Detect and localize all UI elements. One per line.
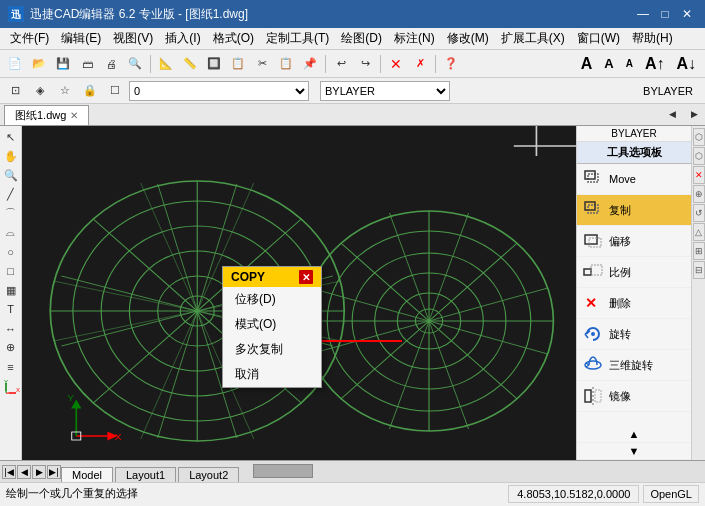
tool-move[interactable]: Move [577, 164, 691, 195]
nav-arrows: |◀ ◀ ▶ ▶| [0, 461, 61, 482]
layer-mgr[interactable]: ≡ [1, 358, 21, 376]
saveas-button[interactable]: 🗃 [76, 53, 98, 75]
close-button[interactable]: ✕ [677, 4, 697, 24]
help-btn[interactable]: ❓ [440, 53, 462, 75]
undo-button[interactable]: ↩ [330, 53, 352, 75]
preview-button[interactable]: 🔍 [124, 53, 146, 75]
btn-c[interactable]: 🔲 [203, 53, 225, 75]
tool-mirror[interactable]: 镜像 [577, 381, 691, 412]
menu-file[interactable]: 文件(F) [4, 28, 55, 49]
open-button[interactable]: 📂 [28, 53, 50, 75]
tab-model[interactable]: Model [61, 467, 113, 482]
svg-rect-52 [585, 202, 595, 210]
menu-edit[interactable]: 编辑(E) [55, 28, 107, 49]
text-small-btn[interactable]: A [621, 56, 638, 71]
polyline-tool[interactable]: ⌒ [1, 205, 21, 223]
nav-first[interactable]: |◀ [2, 465, 16, 479]
tab-drawing1[interactable]: 图纸1.dwg ✕ [4, 105, 89, 125]
h-scrollbar[interactable] [243, 464, 703, 479]
menu-view[interactable]: 视图(V) [107, 28, 159, 49]
layer-select[interactable]: 0 [129, 81, 309, 101]
menu-item-move[interactable]: 位移(D) [223, 287, 321, 312]
menu-item-cancel[interactable]: 取消 [223, 362, 321, 387]
menu-insert[interactable]: 插入(I) [159, 28, 206, 49]
maximize-button[interactable]: □ [655, 4, 675, 24]
tab-label: 图纸1.dwg [15, 108, 66, 123]
text-medium-btn[interactable]: A [599, 54, 618, 73]
menu-item-mode[interactable]: 模式(O) [223, 312, 321, 337]
tool-3d-rotate[interactable]: 三维旋转 [577, 350, 691, 381]
menu-custom[interactable]: 定制工具(T) [260, 28, 335, 49]
tool-rotate[interactable]: 旋转 [577, 319, 691, 350]
far-btn-2[interactable]: ⬡ [693, 147, 705, 165]
rect-tool[interactable]: □ [1, 262, 21, 280]
layer-btn3[interactable]: 🔒 [79, 80, 101, 102]
minimize-button[interactable]: — [633, 4, 653, 24]
panel-scroll-up[interactable]: ▲ [577, 426, 691, 443]
tool-offset[interactable]: 偏移 [577, 226, 691, 257]
far-btn-4[interactable]: ⊕ [693, 185, 705, 203]
far-btn-7[interactable]: ⊞ [693, 242, 705, 260]
menu-annotate[interactable]: 标注(N) [388, 28, 441, 49]
far-btn-1[interactable]: ⬡ [693, 128, 705, 146]
redo-button[interactable]: ↪ [354, 53, 376, 75]
text-xxsmall-btn[interactable]: A↓ [671, 53, 701, 75]
menu-format[interactable]: 格式(O) [207, 28, 260, 49]
tab-layout2[interactable]: Layout2 [178, 467, 239, 482]
menu-draw[interactable]: 绘图(D) [335, 28, 388, 49]
btn-e[interactable]: ✂ [251, 53, 273, 75]
canvas-area[interactable]: X Y COPY ✕ 位移(D) 模式(O) 多次复制 取消 [22, 126, 576, 460]
tab-scroll-left[interactable]: ◀ [661, 103, 683, 125]
tab-scroll-right[interactable]: ▶ [683, 103, 705, 125]
panel-scroll-down[interactable]: ▼ [577, 443, 691, 460]
tab-layout1[interactable]: Layout1 [115, 467, 176, 482]
cancel-btn[interactable]: ✗ [409, 53, 431, 75]
btn-a[interactable]: 📐 [155, 53, 177, 75]
far-btn-8[interactable]: ⊟ [693, 261, 705, 279]
circle-tool[interactable]: ○ [1, 243, 21, 261]
pan-tool[interactable]: ✋ [1, 147, 21, 165]
move-icon [581, 167, 605, 191]
print-button[interactable]: 🖨 [100, 53, 122, 75]
arc-tool[interactable]: ⌓ [1, 224, 21, 242]
insert-tool[interactable]: ⊕ [1, 339, 21, 357]
far-btn-3[interactable]: ✕ [693, 166, 705, 184]
delete-btn[interactable]: ✕ [385, 53, 407, 75]
layer-btn1[interactable]: ◈ [29, 80, 51, 102]
text-tool[interactable]: T [1, 300, 21, 318]
tab-close-icon[interactable]: ✕ [70, 110, 78, 121]
text-large-btn[interactable]: A [576, 53, 598, 75]
menu-modify[interactable]: 修改(M) [441, 28, 495, 49]
nav-prev[interactable]: ◀ [17, 465, 31, 479]
snap-btn[interactable]: ⊡ [4, 80, 26, 102]
menu-window[interactable]: 窗口(W) [571, 28, 626, 49]
hatch-tool[interactable]: ▦ [1, 281, 21, 299]
menu-help[interactable]: 帮助(H) [626, 28, 679, 49]
new-button[interactable]: 📄 [4, 53, 26, 75]
menu-item-multicopy[interactable]: 多次复制 [223, 337, 321, 362]
btn-d[interactable]: 📋 [227, 53, 249, 75]
bylayer-select1[interactable]: BYLAYER [320, 81, 450, 101]
line-tool[interactable]: ╱ [1, 185, 21, 203]
btn-g[interactable]: 📌 [299, 53, 321, 75]
far-btn-6[interactable]: △ [693, 223, 705, 241]
tool-scale[interactable]: 比例 [577, 257, 691, 288]
nav-last[interactable]: ▶| [47, 465, 61, 479]
far-btn-5[interactable]: ↺ [693, 204, 705, 222]
nav-next[interactable]: ▶ [32, 465, 46, 479]
select-tool[interactable]: ↖ [1, 128, 21, 146]
zoom-tool[interactable]: 🔍 [1, 166, 21, 184]
tool-copy[interactable]: 复制 [577, 195, 691, 226]
btn-b[interactable]: 📏 [179, 53, 201, 75]
h-scroll-thumb[interactable] [253, 464, 313, 478]
tool-delete[interactable]: ✕ 删除 [577, 288, 691, 319]
layer-btn4[interactable]: ☐ [104, 80, 126, 102]
text-xsmall-btn[interactable]: A↑ [640, 53, 670, 75]
context-menu-close-button[interactable]: ✕ [299, 270, 313, 284]
btn-f[interactable]: 📋 [275, 53, 297, 75]
ucs-icon: X Y [1, 378, 21, 398]
layer-btn2[interactable]: ☆ [54, 80, 76, 102]
save-button[interactable]: 💾 [52, 53, 74, 75]
dim-tool[interactable]: ↔ [1, 320, 21, 338]
menu-extend[interactable]: 扩展工具(X) [495, 28, 571, 49]
